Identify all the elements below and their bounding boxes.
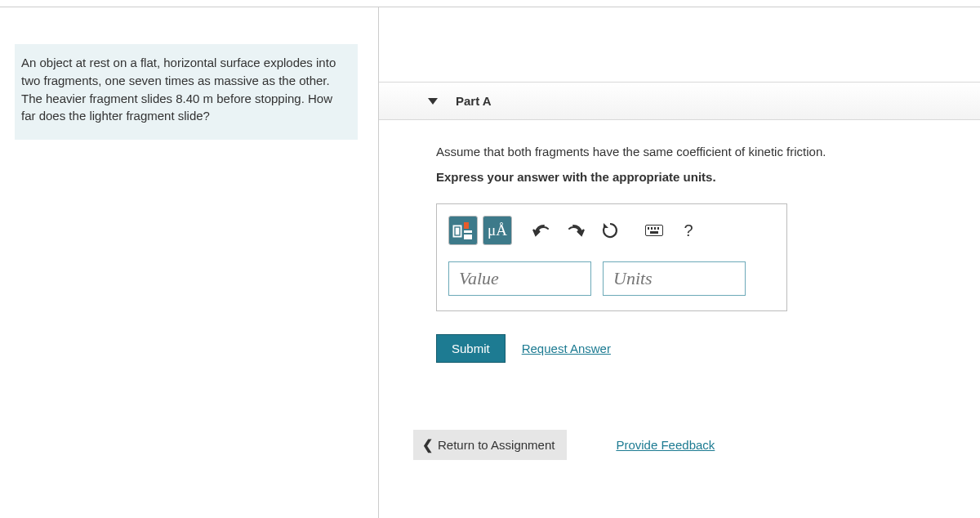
input-row <box>448 261 775 296</box>
problem-statement: An object at rest on a flat, horizontal … <box>15 44 358 140</box>
question-area: Assume that both fragments have the same… <box>379 120 980 363</box>
request-answer-link[interactable]: Request Answer <box>522 342 611 355</box>
bottom-row: ❮ Return to Assignment Provide Feedback <box>413 430 715 460</box>
instruction-text: Express your answer with the appropriate… <box>436 170 960 184</box>
problem-text: An object at rest on a flat, horizontal … <box>21 56 336 123</box>
return-button[interactable]: ❮ Return to Assignment <box>413 430 567 460</box>
reset-icon <box>601 221 619 239</box>
redo-icon <box>567 222 585 239</box>
caret-down-icon <box>428 98 438 105</box>
keyboard-button[interactable] <box>639 216 669 245</box>
svg-rect-4 <box>464 234 472 239</box>
keyboard-icon <box>645 225 663 236</box>
microA-label: μÅ <box>488 221 507 239</box>
reset-button[interactable] <box>595 216 625 245</box>
value-input[interactable] <box>448 261 591 296</box>
redo-button[interactable] <box>561 216 590 245</box>
svg-rect-2 <box>464 222 469 229</box>
provide-feedback-link[interactable]: Provide Feedback <box>616 438 715 452</box>
part-title: Part A <box>456 94 492 108</box>
template-button[interactable] <box>448 216 478 245</box>
submit-button[interactable]: Submit <box>436 334 506 363</box>
answer-panel: Part A Assume that both fragments have t… <box>379 0 980 363</box>
assumption-text: Assume that both fragments have the same… <box>436 145 960 159</box>
template-icon <box>452 221 474 240</box>
undo-button[interactable] <box>527 216 556 245</box>
formula-toolbar: μÅ <box>448 216 775 245</box>
submit-row: Submit Request Answer <box>436 334 960 363</box>
units-input[interactable] <box>603 261 746 296</box>
undo-icon <box>532 222 550 239</box>
help-button[interactable]: ? <box>674 216 703 245</box>
answer-box: μÅ <box>436 203 787 311</box>
units-symbol-button[interactable]: μÅ <box>483 216 512 245</box>
svg-rect-3 <box>464 230 472 233</box>
help-label: ? <box>684 221 693 240</box>
return-label: Return to Assignment <box>438 438 555 452</box>
chevron-left-icon: ❮ <box>422 437 433 453</box>
part-header[interactable]: Part A <box>379 82 980 120</box>
